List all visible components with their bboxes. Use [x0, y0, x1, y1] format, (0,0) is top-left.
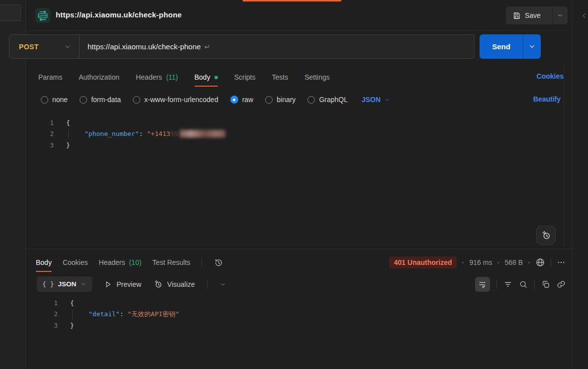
save-options-dropdown[interactable]: [552, 6, 568, 24]
response-toolbar: { } JSON Preview Visualize: [37, 276, 226, 292]
response-tab-body[interactable]: Body: [36, 253, 52, 272]
request-response-splitter[interactable]: [26, 248, 572, 249]
api-client-window: HTTP https://api.xiaomu.uk/check-phone S…: [0, 0, 588, 369]
copy-button[interactable]: [541, 280, 550, 289]
collapse-panel-arrow-icon[interactable]: [581, 12, 588, 19]
preview-button[interactable]: Preview: [104, 280, 141, 288]
response-history-icon[interactable]: [214, 258, 223, 267]
right-panel-divider: [572, 0, 573, 369]
radio-circle: [307, 96, 315, 104]
response-format-select[interactable]: { } JSON: [37, 276, 92, 292]
save-button[interactable]: Save: [506, 6, 552, 24]
open-brace: {: [70, 299, 74, 307]
more-options-icon[interactable]: [557, 258, 566, 267]
globe-icon[interactable]: [535, 257, 545, 267]
request-title: https://api.xiaomu.uk/check-phone: [56, 10, 182, 19]
radio-label: form-data: [91, 96, 121, 104]
chevron-down-icon[interactable]: [219, 281, 226, 288]
tab-headers[interactable]: Headers (11): [136, 67, 178, 87]
copy-icon: [541, 280, 550, 289]
tab-label: Test Results: [152, 258, 190, 266]
tab-label: Authorization: [79, 73, 119, 81]
radio-binary[interactable]: binary: [265, 96, 295, 104]
line-number: 3: [26, 141, 54, 149]
request-body-editor[interactable]: 1 { 2 "phone_number": "+141355 3 }: [26, 117, 563, 151]
response-size[interactable]: 568 B: [504, 258, 523, 266]
search-button[interactable]: [519, 280, 528, 289]
editor-scrollbar-track[interactable]: [564, 65, 564, 247]
radio-none[interactable]: none: [41, 96, 68, 104]
code-line: 3 }: [26, 139, 563, 151]
method-select[interactable]: POST: [9, 35, 79, 58]
code-line: 1 {: [26, 117, 563, 128]
sidebar-collapsed-item[interactable]: [0, 4, 21, 21]
line-number: 2: [26, 310, 58, 318]
line-number: 2: [26, 130, 54, 137]
filter-icon: [503, 280, 512, 289]
postbot-button[interactable]: [536, 226, 556, 245]
tab-tests[interactable]: Tests: [272, 67, 288, 87]
open-brace: {: [66, 119, 70, 126]
response-time[interactable]: 916 ms: [469, 258, 492, 266]
send-button[interactable]: Send: [480, 34, 523, 59]
url-text: https://api.xiaomu.uk/check-phone: [88, 42, 201, 51]
radio-graphql[interactable]: GraphQL: [307, 96, 348, 104]
response-tab-cookies[interactable]: Cookies: [63, 253, 88, 272]
raw-language-select[interactable]: JSON: [362, 96, 391, 104]
radio-circle: [265, 96, 273, 104]
chevron-down-icon: [528, 43, 536, 50]
status-code-badge[interactable]: 401 Unauthorized: [389, 256, 457, 268]
tab-authorization[interactable]: Authorization: [79, 67, 119, 87]
return-key-icon: ↵: [204, 43, 210, 51]
link-icon: [557, 280, 566, 289]
headers-count: (11): [166, 73, 178, 81]
wrap-text-button[interactable]: [475, 277, 490, 292]
json-separator: :: [139, 130, 147, 137]
visualize-label: Visualize: [167, 280, 195, 288]
tab-label: Headers: [136, 73, 162, 81]
divider: [207, 280, 207, 289]
tab-scripts[interactable]: Scripts: [234, 67, 256, 87]
dot-separator: [497, 262, 499, 263]
divider: [496, 280, 497, 289]
tab-settings[interactable]: Settings: [304, 67, 330, 87]
visualize-button[interactable]: Visualize: [153, 279, 195, 289]
line-number: 3: [26, 322, 58, 329]
line-number: 1: [26, 119, 54, 126]
cookies-link[interactable]: Cookies: [537, 72, 564, 80]
play-icon: [104, 280, 112, 288]
radio-label: GraphQL: [319, 96, 348, 104]
filter-button[interactable]: [503, 280, 512, 289]
tab-params[interactable]: Params: [38, 67, 62, 87]
visualize-sparkle-icon: [153, 279, 163, 289]
response-body-editor[interactable]: 1 { 2 "detail": "无效的API密钥" 3 }: [26, 297, 563, 331]
tab-label: Body: [36, 258, 52, 266]
radio-form-data[interactable]: form-data: [80, 96, 121, 104]
divider: [551, 258, 551, 267]
radio-x-www-form-urlencoded[interactable]: x-www-form-urlencoded: [133, 96, 218, 104]
link-button[interactable]: [557, 280, 566, 289]
response-tab-headers[interactable]: Headers (10): [99, 253, 142, 272]
chevron-down-icon: [80, 281, 87, 287]
dot-separator: [462, 262, 464, 263]
send-options-dropdown[interactable]: [523, 34, 541, 59]
radio-label: x-www-form-urlencoded: [144, 96, 218, 104]
response-tab-test-results[interactable]: Test Results: [152, 253, 190, 272]
active-tab-underline: [36, 271, 52, 272]
preview-label: Preview: [116, 280, 141, 288]
beautify-link[interactable]: Beautify: [533, 95, 561, 103]
tab-body[interactable]: Body: [195, 67, 218, 87]
close-brace: }: [70, 322, 74, 329]
url-input[interactable]: https://api.xiaomu.uk/check-phone ↵: [80, 42, 474, 51]
radio-circle: [41, 96, 48, 104]
wrap-text-icon: [478, 280, 487, 289]
radio-raw[interactable]: raw: [230, 96, 254, 104]
format-label: JSON: [58, 280, 76, 288]
response-view-icons: [475, 277, 566, 292]
postbot-sparkle-icon: [541, 230, 551, 241]
json-key: "phone_number": [85, 130, 139, 137]
method-label: POST: [19, 43, 39, 51]
search-icon: [519, 280, 528, 289]
tab-label: Settings: [304, 73, 330, 81]
body-modified-dot: [214, 76, 218, 79]
